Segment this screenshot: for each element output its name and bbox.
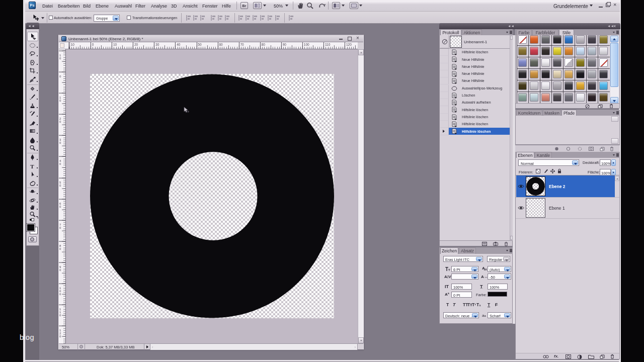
svg-text:T: T — [30, 163, 34, 169]
